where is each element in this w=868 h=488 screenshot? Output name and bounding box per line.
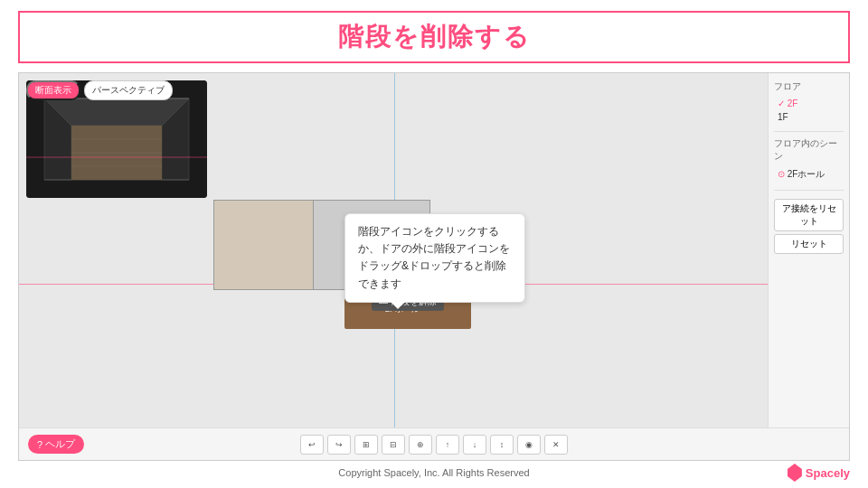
preview-tabs: 断面表示 パースペクティブ [26,80,173,100]
spacely-logo-icon [788,464,802,482]
toolbar-btn-4[interactable]: ⊟ [382,435,405,455]
callout-tooltip: 階段アイコンをクリックするか、ドアの外に階段アイコンをドラッグ&ドロップすると削… [344,213,525,303]
toolbar-btn-7[interactable]: ↓ [463,435,486,455]
floor-section-title: フロア [774,80,844,93]
reset-connection-button[interactable]: ア接続をリセット [774,199,844,231]
toolbar-btn-8[interactable]: ↕ [490,435,514,455]
footer: Copyright Spacely, Inc. All Rights Reser… [0,461,868,484]
toolbar-btn-10[interactable]: ✕ [544,435,568,455]
toolbar-btn-9[interactable]: ◉ [517,435,541,455]
footer-copyright: Copyright Spacely, Inc. All Rights Reser… [338,467,529,478]
help-icon: ? [37,439,42,450]
footer-brand: Spacely [788,464,850,482]
scene-section: フロア内のシーン ⊙ 2Fホール [774,137,844,183]
toolbar-btn-1[interactable]: ↩ [300,435,324,455]
help-label: ヘルプ [45,437,75,451]
tab-floor-view[interactable]: 断面表示 [26,80,80,100]
floor-1f-item[interactable]: 1F [774,110,844,124]
right-panel: フロア 2F 1F フロア内のシーン ⊙ 2Fホール ア接続をリセット リセット [768,73,849,427]
help-button[interactable]: ? ヘルプ [28,435,84,454]
scene-section-title: フロア内のシーン [774,137,844,163]
scene-2f-hall-item[interactable]: ⊙ 2Fホール [774,166,844,183]
floor-2f-item[interactable]: 2F [774,97,844,110]
callout-text: 階段アイコンをクリックするか、ドアの外に階段アイコンをドラッグ&ドロップすると削… [358,225,510,290]
toolbar-btn-6[interactable]: ↑ [436,435,459,455]
page-title: 階段を削除する [338,23,531,51]
floor-section: フロア 2F 1F [774,80,844,124]
footer-brand-name: Spacely [806,466,850,480]
reset-button[interactable]: リセット [774,234,844,254]
panel-divider-2 [774,190,844,191]
toolbar-btn-3[interactable]: ⊞ [354,435,378,455]
toolbar-btn-2[interactable]: ↪ [327,435,351,455]
tab-perspective[interactable]: パースペクティブ [84,80,173,100]
main-content: 断面表示 パースペクティブ 2Fホール ↺ — 階段を解除 階段アイコンをクリッ… [18,72,850,461]
bottom-toolbar: ? ヘルプ ↩ ↪ ⊞ ⊟ ⊕ ↑ ↓ ↕ ◉ ✕ [19,427,849,460]
title-area: 階段を削除する [18,11,850,63]
editor-area: 断面表示 パースペクティブ 2Fホール ↺ — 階段を解除 階段アイコンをクリッ… [19,73,849,427]
panel-divider-1 [774,131,844,132]
toolbar-btn-5[interactable]: ⊕ [409,435,432,455]
